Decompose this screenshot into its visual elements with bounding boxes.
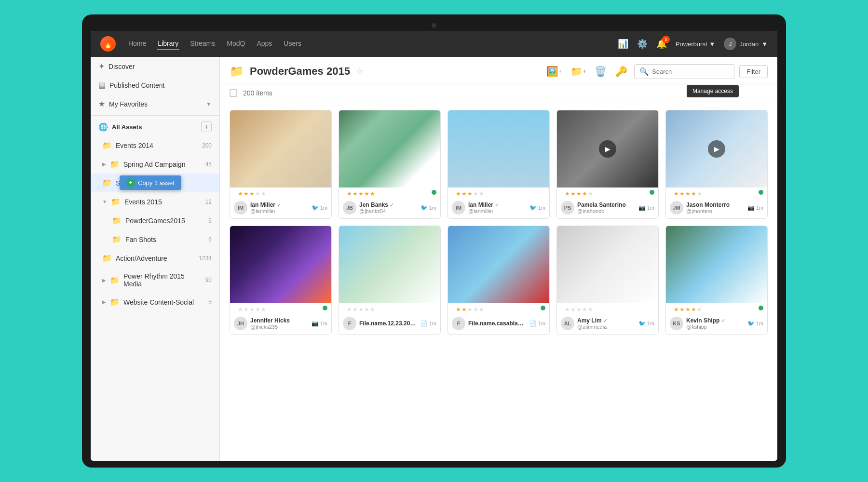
favorite-star-icon[interactable]: ☆	[356, 66, 364, 77]
user-info: Pamela Santerino @inahondo	[577, 201, 636, 214]
card-time: 1m	[538, 321, 545, 326]
avatar: KS	[670, 317, 683, 330]
card-meta: 📷 1m	[638, 204, 654, 211]
add-image-button[interactable]: 🖼️+	[544, 64, 564, 79]
star-rating: ★★★★★	[452, 187, 488, 197]
content-header: 📁 PowderGames 2015 ☆ 🖼️+ 📁+ 🗑️ 🔑 Manage …	[220, 57, 777, 84]
media-card[interactable]: ▶ ★★★★★ PS Pamela Santerino @inahondo 📷 …	[556, 110, 659, 219]
social-icon: 📷	[312, 320, 319, 327]
user-info: Jen Banks ✓ @jbanks54	[359, 201, 418, 214]
media-card[interactable]: ★★★★★ F File.name.12.23.2015.jpg 📄 1m	[339, 226, 441, 335]
sidebar-item-spring-ad[interactable]: ▶ 📁 Spring Ad Campaign 45	[91, 155, 219, 174]
play-button[interactable]: ▶	[599, 140, 616, 158]
nav-modq[interactable]: ModQ	[226, 38, 246, 50]
card-footer: IM Ian Miller ✓ @ianmiller 🐦 1m	[448, 199, 549, 218]
chevron-right-icon: ▶	[102, 278, 106, 283]
card-handle: @ianmiller	[468, 208, 527, 214]
org-selector[interactable]: Powerburst ▼	[676, 40, 716, 48]
verified-icon: ✓	[495, 202, 499, 208]
analytics-icon[interactable]: 📊	[618, 39, 628, 49]
app-logo[interactable]: 🔥	[100, 36, 116, 52]
social-icon: 🐦	[747, 320, 755, 327]
folder-icon: 📁	[110, 297, 120, 307]
globe-icon: 🌐	[98, 122, 108, 132]
select-all-checkbox[interactable]	[230, 89, 237, 97]
card-time: 1m	[429, 205, 436, 211]
avatar: IM	[234, 201, 247, 214]
delete-button[interactable]: 🗑️	[593, 64, 609, 79]
all-assets-header: 🌐 All Assets +	[91, 118, 219, 136]
avatar: AL	[561, 317, 574, 330]
chevron-down-icon: ▼	[102, 199, 107, 204]
settings-icon[interactable]: ⚙️	[637, 39, 648, 49]
card-username: Amy Lim	[577, 317, 602, 324]
card-footer: JB Jen Banks ✓ @jbanks54 🐦 1m	[339, 199, 440, 218]
card-meta: 🐦 1m	[529, 204, 545, 211]
media-card[interactable]: ★★★★★ JH Jennifer Hicks @jhicks235 📷 1m	[230, 226, 332, 335]
search-input[interactable]	[652, 68, 729, 75]
manage-access-button[interactable]: 🔑	[613, 64, 629, 79]
social-icon: 📷	[747, 204, 755, 211]
card-image	[339, 226, 440, 303]
chevron-right-icon: ▶	[102, 161, 106, 167]
filter-button[interactable]: Filter	[739, 65, 768, 78]
add-asset-button[interactable]: +	[201, 121, 212, 132]
search-box: 🔍	[634, 64, 734, 79]
sidebar-item-website[interactable]: ▶ 📁 Website Content-Social 5	[91, 293, 219, 311]
card-meta: 📷 1m	[747, 204, 763, 211]
sidebar-item-events2015[interactable]: ▼ 📁 Events 2015 12	[91, 192, 219, 211]
notifications-icon[interactable]: 🔔 3	[656, 39, 667, 49]
card-meta: 🐦 1m	[747, 320, 763, 327]
copy-plus-icon: +	[126, 178, 135, 187]
nav-home[interactable]: Home	[127, 38, 147, 50]
card-handle: @jhicks235	[250, 324, 309, 330]
media-card[interactable]: ★★★★★ KS Kevin Shipp ✓ @kshipp 🐦 1m	[665, 226, 768, 335]
star-rating: ★★★★★	[343, 187, 379, 197]
card-header: ★★★★★	[448, 303, 549, 315]
card-handle: @jbanks54	[359, 208, 418, 214]
media-card[interactable]: ★★★★★ IM Ian Miller ✓ @ianmiller 🐦 1m	[448, 110, 550, 219]
card-handle: @ianmiller	[250, 208, 309, 214]
sidebar-item-favorites[interactable]: ★ My Favorites ▼	[91, 94, 219, 113]
star-rating: ★★★★★	[670, 303, 706, 313]
avatar: JM	[670, 201, 683, 214]
folder-icon: 📁	[112, 216, 122, 225]
media-card[interactable]: ★★★★★ F File.name.casablanca.jpg 📄 1m	[448, 226, 550, 335]
card-image	[230, 226, 331, 303]
nav-library[interactable]: Library	[157, 38, 179, 50]
sidebar-item-action[interactable]: 📁 Action/Adventure 1234	[91, 249, 219, 268]
copy-asset-tooltip[interactable]: + Copy 1 asset	[120, 175, 181, 190]
published-icon: ▤	[98, 80, 106, 90]
card-username: Ian Miller	[250, 201, 275, 208]
card-footer: JH Jennifer Hicks @jhicks235 📷 1m	[230, 315, 331, 334]
social-icon: 📄	[529, 320, 537, 327]
user-menu[interactable]: J Jordan ▼	[724, 38, 768, 50]
sidebar-item-fanshots[interactable]: 📁 Fan Shots 6	[91, 230, 219, 249]
sidebar-item-discover[interactable]: ✦ Discover	[91, 57, 219, 76]
card-time: 1m	[756, 321, 763, 326]
media-card[interactable]: ▶ ★★★★★ JM Jason Monterro @jmontero 📷 1m	[665, 110, 768, 219]
add-folder-button[interactable]: 📁+	[569, 64, 588, 79]
media-card[interactable]: ★★★★★ AL Amy Lim ✓ @alimmedia 🐦 1m	[556, 226, 659, 335]
media-card[interactable]: ★★★★★ JB Jen Banks ✓ @jbanks54 🐦 1m	[339, 110, 441, 219]
nav-users[interactable]: Users	[283, 38, 302, 50]
card-time: 1m	[538, 205, 545, 211]
folder-icon: 📁	[110, 160, 120, 169]
card-time: 1m	[320, 321, 327, 326]
card-header: ★★★★★	[557, 187, 658, 199]
nav-streams[interactable]: Streams	[189, 38, 216, 50]
card-image	[448, 226, 549, 303]
top-nav: 🔥 Home Library Streams ModQ Apps Users 📊…	[91, 31, 777, 57]
sidebar-item-power-rhythm[interactable]: ▶ 📁 Power Rhythm 2015 Media 90	[91, 268, 219, 293]
sidebar-item-published[interactable]: ▤ Published Content	[91, 76, 219, 94]
nav-apps[interactable]: Apps	[256, 38, 273, 50]
card-footer: AL Amy Lim ✓ @alimmedia 🐦 1m	[557, 315, 658, 334]
avatar: JB	[343, 201, 356, 214]
sidebar-item-powdergames[interactable]: 📁 PowderGames2015 6	[91, 211, 219, 230]
folder-icon: 📁	[112, 235, 122, 244]
play-button[interactable]: ▶	[708, 140, 725, 158]
card-image	[448, 110, 549, 187]
sidebar-item-events2014[interactable]: 📁 Events 2014 200	[91, 136, 219, 155]
media-card[interactable]: ★★★★★ IM Ian Miller ✓ @ianmiller 🐦 1m	[230, 110, 332, 219]
card-image	[230, 110, 331, 187]
